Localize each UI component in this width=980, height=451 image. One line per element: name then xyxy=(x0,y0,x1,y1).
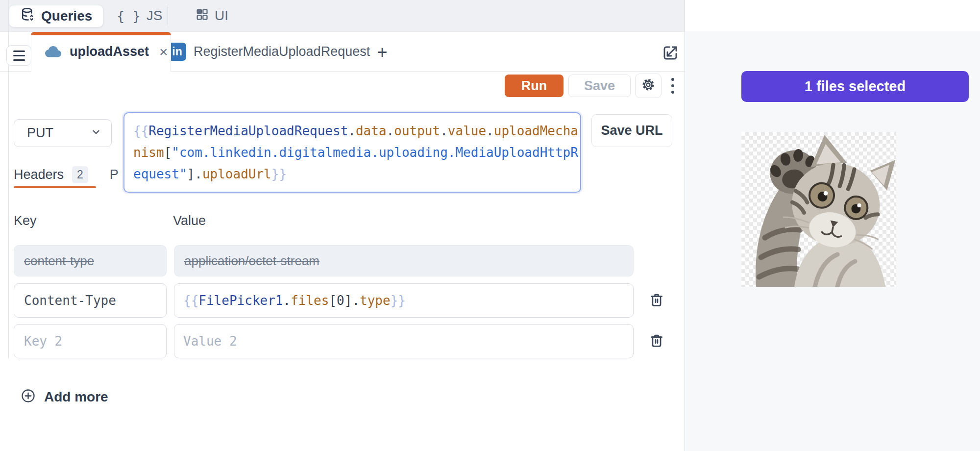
request-subtabs: Headers 2 P xyxy=(14,164,119,185)
cat-illustration xyxy=(741,132,896,287)
database-queries-icon xyxy=(20,7,35,25)
delete-header-row-button[interactable] xyxy=(646,290,667,311)
url-code-line: {{RegisterMediaUploadRequest.data.output… xyxy=(133,120,571,142)
expand-arrows-icon xyxy=(662,44,679,64)
plus-circle-icon xyxy=(21,388,36,405)
top-toolbar: Queries { } JS UI xyxy=(0,0,685,32)
delete-new-header-row-button[interactable] xyxy=(646,330,667,352)
gear-icon xyxy=(640,77,656,95)
new-header-key-field xyxy=(14,324,167,358)
new-header-key-input[interactable] xyxy=(14,334,166,349)
tab-registermediauploadrequest-label: RegisterMediaUploadRequest xyxy=(194,44,370,59)
header-key-input[interactable] xyxy=(14,293,166,308)
new-query-tab-button[interactable]: + xyxy=(371,42,393,63)
expand-panel-button[interactable] xyxy=(660,43,681,65)
run-button-label: Run xyxy=(521,78,547,94)
tab-params[interactable]: P xyxy=(110,167,119,182)
ui-grid-icon xyxy=(195,7,209,25)
curly-braces-icon: { } xyxy=(117,8,141,24)
chevron-down-icon xyxy=(91,125,101,141)
header-key-value: content-type xyxy=(14,253,94,269)
header-key-field xyxy=(14,283,167,318)
trash-icon xyxy=(648,291,665,310)
close-tab-icon[interactable]: × xyxy=(159,45,168,59)
toolbar-divider xyxy=(168,7,168,25)
headers-count-badge: 2 xyxy=(72,166,88,183)
query-settings-button[interactable] xyxy=(635,74,662,98)
file-picker-button[interactable]: 1 files selected xyxy=(741,71,969,102)
tab-uploadasset-label: uploadAsset xyxy=(70,44,149,59)
queries-mode-button[interactable]: Queries xyxy=(9,5,103,27)
active-tab-accent-bar xyxy=(31,32,171,35)
new-header-value-field xyxy=(174,324,634,358)
key-column-header: Key xyxy=(14,213,37,228)
save-url-button[interactable]: Save URL xyxy=(591,114,672,147)
run-button[interactable]: Run xyxy=(505,75,564,97)
url-code-line: equest"].uploadUrl}} xyxy=(133,163,571,185)
trash-icon xyxy=(648,332,665,351)
header-value-value: application/octet-stream xyxy=(174,253,319,269)
js-mode-button[interactable]: { } JS xyxy=(117,5,162,26)
more-options-button[interactable] xyxy=(664,74,681,98)
tab-uploadasset[interactable]: uploadAsset × xyxy=(31,32,171,72)
url-code-line: nism["com.linkedin.digitalmedia.uploadin… xyxy=(133,142,571,163)
save-button-label: Save xyxy=(584,78,615,94)
ui-mode-button[interactable]: UI xyxy=(195,5,228,26)
queries-mode-label: Queries xyxy=(41,8,92,24)
js-mode-label: JS xyxy=(147,8,163,24)
http-method-value: PUT xyxy=(27,125,53,141)
header-key-field-disabled[interactable]: content-type xyxy=(14,245,167,276)
cat-raising-paw-photo xyxy=(741,132,896,287)
url-code-editor[interactable]: {{RegisterMediaUploadRequest.data.output… xyxy=(123,112,581,193)
add-more-button[interactable]: Add more xyxy=(21,388,108,405)
new-header-value-input[interactable] xyxy=(174,334,633,349)
tab-headers[interactable]: Headers xyxy=(14,167,64,182)
canvas-preview-header xyxy=(685,0,980,31)
cloud-icon xyxy=(44,44,63,60)
header-value-code-field[interactable]: {{FilePicker1.files[0].type}} xyxy=(174,283,634,318)
tab-registermediauploadrequest[interactable]: in RegisterMediaUploadRequest xyxy=(158,32,370,71)
active-subtab-underline xyxy=(14,186,96,188)
app-window: Queries { } JS UI xyxy=(0,0,980,451)
save-button[interactable]: Save xyxy=(568,75,631,97)
http-method-select[interactable]: PUT xyxy=(14,119,112,147)
value-column-header: Value xyxy=(173,213,206,228)
save-url-label: Save URL xyxy=(601,123,662,138)
ui-mode-label: UI xyxy=(215,8,228,24)
query-list-menu-button[interactable] xyxy=(6,45,31,66)
header-value-field-disabled[interactable]: application/octet-stream xyxy=(174,245,634,276)
add-more-label: Add more xyxy=(44,389,108,405)
file-picker-label: 1 files selected xyxy=(805,78,906,95)
